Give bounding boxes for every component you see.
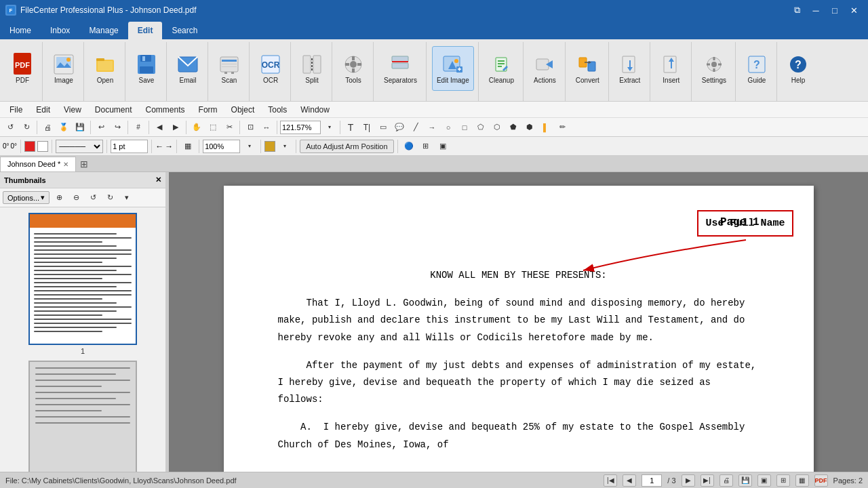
callout-btn[interactable]: 💬 xyxy=(392,120,407,135)
menu-tools[interactable]: Tools xyxy=(261,104,294,116)
minimize-button[interactable]: ─ xyxy=(807,3,825,17)
menu-document[interactable]: Document xyxy=(88,104,139,116)
print-btn[interactable]: 🖨 xyxy=(40,120,55,135)
doc-tab-johnson-deed[interactable]: Johnson Deed * ✕ xyxy=(0,157,76,171)
rotate-right-thumb-btn[interactable]: ↻ xyxy=(102,190,117,205)
color-swatch-primary[interactable] xyxy=(24,141,35,152)
save-status-btn[interactable]: 💾 xyxy=(738,474,752,487)
fill-color-swatch[interactable] xyxy=(264,141,275,152)
zoom-out-thumb-btn[interactable]: ⊖ xyxy=(68,190,83,205)
restore-button[interactable]: ⧉ xyxy=(788,3,806,17)
split-button[interactable]: Split xyxy=(296,46,328,91)
redo-btn[interactable]: ↪ xyxy=(110,120,125,135)
convert-button[interactable]: Convert xyxy=(571,46,604,91)
highlight-btn[interactable]: ▌ xyxy=(538,120,553,135)
zoom-pct-input[interactable] xyxy=(203,140,240,153)
rotate-ccw-btn[interactable]: ↺ xyxy=(3,120,18,135)
email-button[interactable]: Email xyxy=(172,46,203,91)
select-btn[interactable]: ⬚ xyxy=(205,120,220,135)
crop-btn[interactable]: ✂ xyxy=(222,120,237,135)
prev-page-btn[interactable]: ◀ xyxy=(152,120,167,135)
view3-btn[interactable]: ▦ xyxy=(795,474,809,487)
separators-button[interactable]: Separators xyxy=(379,46,422,91)
pagenum-btn[interactable]: # xyxy=(131,120,146,135)
ellipse-btn[interactable]: ○ xyxy=(441,120,456,135)
line-btn[interactable]: ╱ xyxy=(408,120,423,135)
tab-inbox[interactable]: Inbox xyxy=(41,22,79,39)
extract-button[interactable]: Extract xyxy=(614,46,646,91)
stamp-btn[interactable]: ⬢ xyxy=(522,120,537,135)
menu-view[interactable]: View xyxy=(57,104,88,116)
save-button[interactable]: Save xyxy=(131,46,162,91)
close-button[interactable]: ✕ xyxy=(845,3,863,17)
thumb-more-btn[interactable]: ▾ xyxy=(119,190,134,205)
arrow-btn[interactable]: → xyxy=(425,120,439,135)
menu-edit[interactable]: Edit xyxy=(29,104,57,116)
zoom-dropdown[interactable]: ▾ xyxy=(322,120,337,135)
grid-btn[interactable]: ⊞ xyxy=(418,139,433,154)
save-btn2[interactable]: 💾 xyxy=(73,120,87,135)
menu-form[interactable]: Form xyxy=(192,104,224,116)
text-select-btn[interactable]: T xyxy=(343,120,358,135)
rotate-cw-btn[interactable]: ↻ xyxy=(19,120,34,135)
poly1-btn[interactable]: ⬠ xyxy=(473,120,488,135)
next-page-status-btn[interactable]: ▶ xyxy=(682,474,695,487)
ocr-button[interactable]: OCR OCR xyxy=(255,46,286,91)
view2-btn[interactable]: ⊞ xyxy=(776,474,790,487)
undo-btn[interactable]: ↩ xyxy=(94,120,108,135)
last-page-btn[interactable]: ▶| xyxy=(701,474,714,487)
add-tab-btn[interactable]: ⊞ xyxy=(76,157,92,171)
fit-page-btn[interactable]: ⊡ xyxy=(243,120,258,135)
actions-button[interactable]: Actions xyxy=(529,46,561,91)
next-page-btn[interactable]: ▶ xyxy=(168,120,183,135)
first-page-btn[interactable]: |◀ xyxy=(604,474,617,487)
settings-button[interactable]: Settings xyxy=(697,46,731,91)
hand-btn[interactable]: ✋ xyxy=(189,120,204,135)
open-button[interactable]: Open xyxy=(90,46,121,91)
pdf-button[interactable]: PDF PDF xyxy=(7,46,38,91)
rect-btn[interactable]: □ xyxy=(457,120,472,135)
guide-button[interactable]: ? Guide xyxy=(741,46,772,91)
pdf-viewer[interactable]: Use Full Name Page 1 KNOW ALL MEN BY THE… xyxy=(169,172,868,488)
tab-search[interactable]: Search xyxy=(162,22,207,39)
editimage-button[interactable]: Edit Image xyxy=(432,46,474,91)
line-style-select[interactable]: ───── - - - xyxy=(56,140,103,153)
menu-comments[interactable]: Comments xyxy=(139,104,192,116)
thumbnail-page-2[interactable]: 2 xyxy=(28,361,137,488)
menu-window[interactable]: Window xyxy=(294,104,336,116)
rotate-left-thumb-btn[interactable]: ↺ xyxy=(85,190,100,205)
options-dropdown-btn[interactable]: Options... ▾ xyxy=(3,191,50,204)
tab-manage[interactable]: Manage xyxy=(79,22,127,39)
poly2-btn[interactable]: ⬡ xyxy=(490,120,505,135)
view1-btn[interactable]: ▣ xyxy=(757,474,771,487)
zoom-in-thumb-btn[interactable]: ⊕ xyxy=(52,190,66,205)
doc-tab-close[interactable]: ✕ xyxy=(63,161,68,168)
color-swatch-secondary[interactable] xyxy=(37,141,48,152)
image-button[interactable]: Image xyxy=(48,46,79,91)
tab-edit[interactable]: Edit xyxy=(128,22,163,39)
auto-adjust-btn[interactable]: Auto Adjust Arm Position xyxy=(300,140,393,153)
thumbnails-close-btn[interactable]: ✕ xyxy=(155,176,161,184)
hatch-btn[interactable]: ▦ xyxy=(180,139,195,154)
menu-object[interactable]: Object xyxy=(224,104,262,116)
typewriter-btn[interactable]: T| xyxy=(359,120,374,135)
cleanup-button[interactable]: Cleanup xyxy=(484,46,519,91)
poly3-btn[interactable]: ⬟ xyxy=(506,120,521,135)
pen-btn[interactable]: ✏ xyxy=(555,120,570,135)
thumbnail-page-1[interactable]: 1 xyxy=(28,213,137,355)
line-width-input[interactable] xyxy=(111,140,148,153)
cert-btn[interactable]: 🏅 xyxy=(56,120,71,135)
page-number-input[interactable] xyxy=(642,474,662,487)
maximize-button[interactable]: □ xyxy=(826,3,844,17)
text-box-btn[interactable]: ▭ xyxy=(376,120,391,135)
snap-btn[interactable]: 🔵 xyxy=(401,139,416,154)
zoom-pct-dropdown[interactable]: ▾ xyxy=(242,139,257,154)
prev-page-status-btn[interactable]: ◀ xyxy=(623,474,636,487)
tab-home[interactable]: Home xyxy=(0,22,41,39)
pdf-export-btn[interactable]: PDF xyxy=(814,474,828,487)
zoom-input[interactable]: 121.57% xyxy=(280,121,321,134)
scan-button[interactable]: Scan xyxy=(214,46,245,91)
menu-file[interactable]: File xyxy=(3,104,29,116)
help-button[interactable]: ? Help xyxy=(783,46,814,91)
insert-button[interactable]: Insert xyxy=(656,46,687,91)
